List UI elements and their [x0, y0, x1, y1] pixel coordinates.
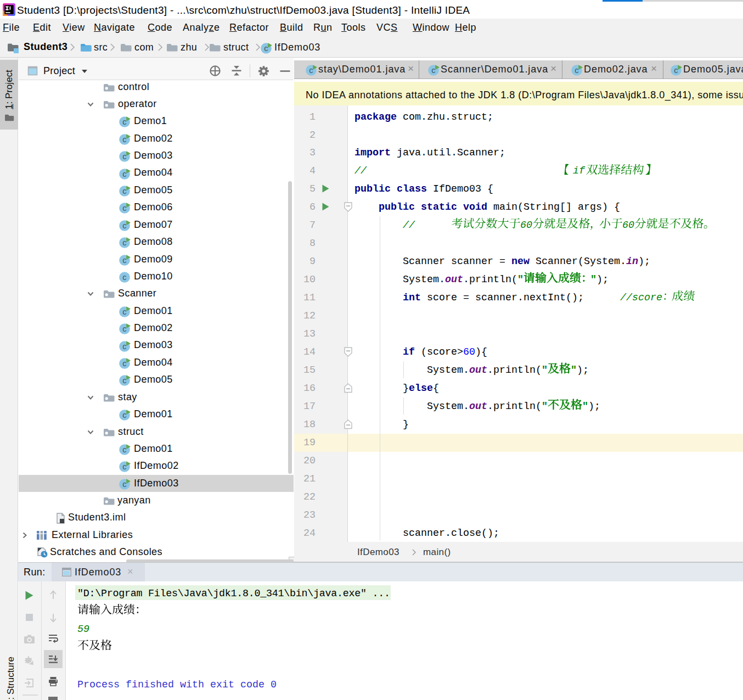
svg-text:c: c	[309, 66, 313, 75]
svg-text:c: c	[122, 221, 126, 230]
svg-text:c: c	[122, 117, 126, 126]
svg-text:c: c	[122, 324, 126, 333]
svg-text:c: c	[674, 66, 678, 75]
svg-text:c: c	[122, 480, 126, 489]
svg-text:c: c	[122, 273, 126, 282]
svg-text:c: c	[431, 66, 435, 75]
svg-text:c: c	[122, 187, 126, 195]
svg-text:c: c	[122, 238, 126, 247]
svg-text:c: c	[122, 256, 126, 265]
svg-text:c: c	[122, 359, 126, 368]
svg-text:c: c	[122, 307, 126, 316]
svg-text:c: c	[264, 44, 268, 53]
svg-text:c: c	[575, 66, 578, 75]
svg-text:c: c	[122, 445, 126, 454]
svg-text:c: c	[122, 152, 126, 161]
svg-text:c: c	[122, 376, 126, 385]
svg-text:c: c	[122, 204, 126, 212]
svg-text:c: c	[122, 342, 126, 351]
svg-text:c: c	[122, 170, 126, 178]
svg-text:c: c	[122, 135, 126, 144]
svg-text:c: c	[122, 411, 126, 419]
svg-text:c: c	[122, 462, 126, 471]
